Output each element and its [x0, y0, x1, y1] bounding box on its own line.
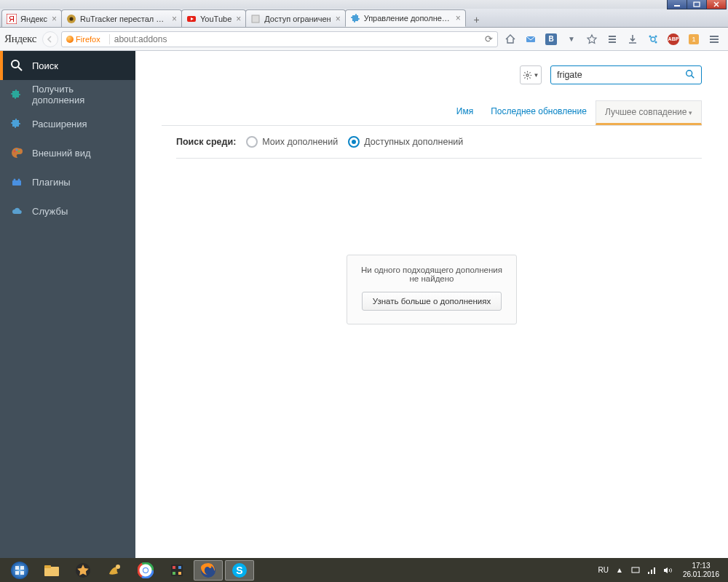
sort-by-best-match[interactable]: Лучшее совпадение: [596, 100, 702, 125]
svg-text:S: S: [236, 565, 242, 576]
tab-label: Яндекс: [20, 15, 47, 23]
svg-rect-43: [178, 572, 181, 575]
browser-tab[interactable]: YouTube ×: [181, 9, 246, 27]
browser-tab[interactable]: RuTracker перестал проги… ×: [61, 9, 182, 27]
abp-icon[interactable]: ABP: [667, 33, 680, 46]
separator: [109, 34, 110, 44]
svg-point-27: [687, 70, 692, 76]
svg-point-25: [18, 179, 20, 181]
svg-point-14: [655, 35, 657, 37]
new-tab-button[interactable]: +: [468, 12, 486, 27]
sidebar-item-appearance[interactable]: Внешний вид: [0, 138, 135, 167]
search-icon[interactable]: [685, 69, 695, 81]
dropdown-caret-icon[interactable]: ▼: [565, 33, 578, 46]
taskbar-explorer-button[interactable]: [37, 560, 66, 581]
taskbar-clock[interactable]: 17:13 26.01.2016: [678, 562, 724, 578]
show-hidden-icons[interactable]: ▲: [614, 565, 625, 575]
browser-tab-active[interactable]: Управление дополнениями ×: [345, 9, 466, 27]
browser-tab[interactable]: Доступ ограничен ×: [245, 9, 345, 27]
svg-rect-7: [252, 15, 259, 23]
volume-icon[interactable]: [662, 565, 673, 575]
svg-rect-48: [648, 572, 649, 574]
back-button[interactable]: [42, 31, 58, 47]
tab-label: YouTube: [200, 15, 232, 23]
sidebar-item-label: Получить дополнения: [32, 84, 125, 105]
addons-search-input[interactable]: [557, 70, 685, 80]
taskbar-app-button[interactable]: [162, 560, 191, 581]
svg-point-15: [655, 41, 657, 43]
start-button[interactable]: [4, 560, 35, 581]
generic-favicon: [250, 14, 261, 24]
identity-box[interactable]: Firefox: [66, 35, 100, 44]
vk-icon[interactable]: B: [545, 33, 558, 46]
action-center-icon[interactable]: [630, 565, 641, 575]
taskbar-app-button[interactable]: [100, 560, 129, 581]
home-icon[interactable]: [504, 33, 517, 46]
tools-gear-button[interactable]: ▼: [520, 65, 542, 84]
svg-rect-23: [12, 180, 21, 186]
filter-available-addons-radio[interactable]: Доступных дополнений: [348, 136, 463, 148]
tab-label: Доступ ограничен: [264, 15, 331, 23]
sidebar-item-plugins[interactable]: Плагины: [0, 167, 135, 196]
tab-close-icon[interactable]: ×: [336, 14, 341, 24]
sidebar-item-label: Службы: [32, 206, 68, 217]
svg-rect-9: [609, 36, 616, 37]
tab-close-icon[interactable]: ×: [172, 14, 177, 24]
svg-point-13: [649, 35, 652, 37]
sidebar-item-extensions[interactable]: Расширения: [0, 109, 135, 138]
extension-icon[interactable]: [646, 33, 660, 46]
search-filter-row: Поиск среди: Моих дополнений Доступных д…: [176, 126, 702, 159]
browser-tab[interactable]: Я Яндекс ×: [1, 9, 62, 27]
sidebar-item-services[interactable]: Службы: [0, 196, 135, 226]
sort-by-updated[interactable]: Последнее обновление: [482, 100, 596, 125]
svg-rect-11: [609, 41, 616, 43]
puzzle-download-icon: [10, 88, 23, 101]
addons-favicon: [350, 13, 360, 23]
svg-point-19: [12, 60, 19, 68]
mail-icon[interactable]: [524, 33, 537, 46]
menu-icon[interactable]: [708, 33, 721, 46]
radio-dot-icon: [348, 136, 360, 148]
bookmarks-list-icon[interactable]: [606, 33, 619, 46]
empty-results-box: Ни одного подходящего дополнения не найд…: [347, 255, 517, 324]
tab-label: RuTracker перестал проги…: [80, 15, 167, 23]
clock-time: 17:13: [683, 562, 719, 570]
svg-point-21: [16, 149, 18, 151]
taskbar-app-button[interactable]: [68, 560, 98, 581]
puzzle-icon: [10, 117, 23, 130]
tab-close-icon[interactable]: ×: [456, 13, 461, 23]
window-minimize-button[interactable]: [667, 0, 687, 9]
taskbar-skype-button[interactable]: S: [225, 560, 254, 581]
language-indicator[interactable]: RU: [598, 566, 608, 574]
downloads-icon[interactable]: [626, 33, 639, 46]
sort-by-name[interactable]: Имя: [448, 100, 482, 125]
sidebar-item-search[interactable]: Поиск: [0, 51, 135, 80]
radio-label: Доступных дополнений: [364, 137, 463, 147]
svg-rect-18: [710, 41, 719, 43]
window-maximize-button[interactable]: [687, 0, 707, 9]
palette-icon: [10, 146, 23, 159]
youtube-favicon: [186, 14, 197, 24]
sidebar-item-get-addons[interactable]: Получить дополнения: [0, 80, 135, 109]
taskbar-firefox-button[interactable]: [194, 560, 223, 581]
tab-close-icon[interactable]: ×: [236, 14, 241, 24]
reload-icon[interactable]: ⟳: [485, 33, 493, 44]
bookmark-star-icon[interactable]: [585, 33, 598, 46]
svg-rect-41: [178, 566, 181, 569]
rutracker-favicon: [66, 14, 76, 24]
window-close-button[interactable]: [706, 0, 727, 9]
svg-point-20: [14, 151, 16, 153]
svg-point-28: [11, 562, 28, 579]
taskbar-chrome-button[interactable]: [131, 560, 160, 581]
svg-rect-47: [632, 567, 639, 573]
notifications-badge-icon[interactable]: 1: [687, 33, 700, 46]
network-icon[interactable]: [646, 565, 657, 575]
yandex-logo[interactable]: Яндекс: [4, 33, 36, 45]
svg-text:Я: Я: [9, 15, 15, 23]
svg-rect-0: [674, 5, 680, 7]
url-bar[interactable]: Firefox about:addons ⟳: [61, 31, 498, 47]
tab-close-icon[interactable]: ×: [52, 14, 57, 24]
learn-more-button[interactable]: Узнать больше о дополнениях: [362, 292, 502, 311]
filter-my-addons-radio[interactable]: Моих дополнений: [246, 136, 338, 148]
addons-search-box[interactable]: [550, 65, 702, 84]
